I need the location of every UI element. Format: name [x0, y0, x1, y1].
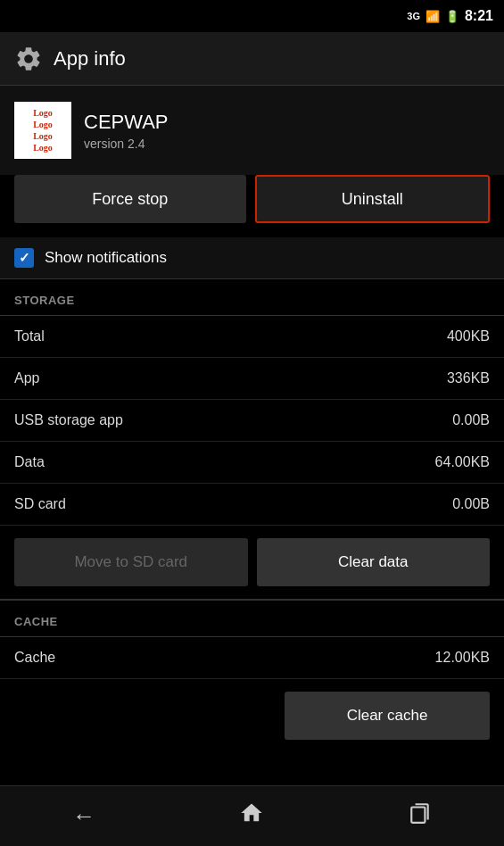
network-label: 3G: [407, 11, 420, 21]
app-name: CEPWAP: [84, 111, 169, 134]
storage-usb-label: USB storage app: [14, 412, 123, 428]
navigation-bar: ←: [0, 785, 504, 846]
storage-app-label: App: [14, 370, 39, 386]
app-info-header: App info: [0, 32, 504, 86]
storage-data-value: 64.00KB: [435, 454, 490, 470]
show-notifications-checkbox[interactable]: ✓: [14, 248, 34, 268]
status-bar: 3G 📶 🔋 8:21: [0, 0, 504, 32]
storage-data-row: Data 64.00KB: [0, 442, 504, 484]
clear-data-button[interactable]: Clear data: [257, 538, 491, 586]
storage-sdcard-label: SD card: [14, 496, 66, 512]
app-logo: Logo Logo Logo Logo: [14, 102, 71, 159]
uninstall-button[interactable]: Uninstall: [255, 175, 491, 223]
storage-header-text: STORAGE: [14, 294, 75, 307]
logo-line-3: Logo: [33, 130, 53, 142]
storage-app-value: 336KB: [447, 370, 490, 386]
app-info-section: Logo Logo Logo Logo CEPWAP version 2.4: [0, 86, 504, 175]
bottom-spacer: [0, 752, 504, 770]
storage-total-row: Total 400KB: [0, 316, 504, 358]
svg-rect-0: [411, 808, 425, 823]
cache-section-header: CACHE: [0, 600, 504, 637]
home-button[interactable]: [216, 795, 287, 838]
page-title: App info: [54, 47, 126, 70]
app-name-block: CEPWAP version 2.4: [84, 111, 169, 151]
storage-action-buttons: Move to SD card Clear data: [0, 526, 504, 600]
cache-size-row: Cache 12.00KB: [0, 637, 504, 679]
status-time: 8:21: [465, 8, 493, 24]
logo-line-2: Logo: [33, 119, 53, 130]
force-stop-button[interactable]: Force stop: [14, 175, 246, 223]
storage-total-label: Total: [14, 328, 45, 344]
checkmark-icon: ✓: [19, 250, 30, 266]
clear-cache-button[interactable]: Clear cache: [285, 692, 490, 740]
logo-line-1: Logo: [33, 107, 53, 119]
move-to-sd-card-button[interactable]: Move to SD card: [14, 538, 248, 586]
recents-button[interactable]: [384, 795, 456, 838]
storage-section-header: STORAGE: [0, 278, 504, 316]
storage-data-label: Data: [14, 454, 45, 470]
storage-sdcard-row: SD card 0.00B: [0, 484, 504, 526]
cache-header-text: CACHE: [14, 615, 58, 628]
home-icon: [239, 800, 264, 832]
signal-bars-icon: 📶: [426, 10, 440, 23]
storage-app-row: App 336KB: [0, 358, 504, 400]
logo-line-4: Logo: [33, 142, 53, 153]
back-icon: ←: [72, 802, 95, 830]
cache-label: Cache: [14, 650, 55, 666]
notifications-row[interactable]: ✓ Show notifications: [0, 237, 504, 278]
storage-usb-value: 0.00B: [452, 412, 490, 428]
main-content: Logo Logo Logo Logo CEPWAP version 2.4 F…: [0, 86, 504, 785]
storage-total-value: 400KB: [447, 328, 490, 344]
clear-cache-row: Clear cache: [0, 679, 504, 752]
storage-usb-row: USB storage app 0.00B: [0, 400, 504, 442]
recents-icon: [409, 801, 432, 831]
app-version: version 2.4: [84, 137, 169, 151]
action-buttons-row: Force stop Uninstall: [0, 175, 504, 237]
cache-value: 12.00KB: [435, 650, 490, 666]
battery-icon: 🔋: [445, 10, 459, 23]
back-button[interactable]: ←: [48, 795, 120, 838]
show-notifications-label: Show notifications: [45, 249, 167, 267]
storage-sdcard-value: 0.00B: [452, 496, 490, 512]
gear-icon: [14, 45, 43, 73]
